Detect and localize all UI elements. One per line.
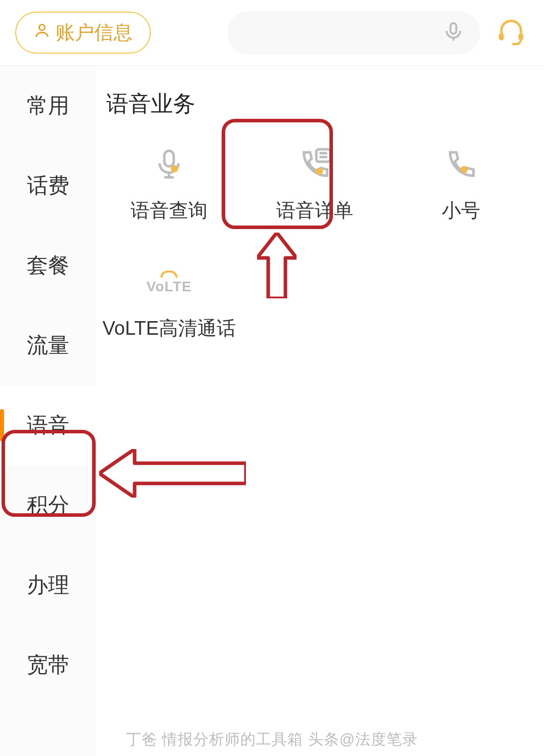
sidebar-item-points[interactable]: 积分 [0,465,96,545]
grid-item-voice-query[interactable]: 语音查询 [96,139,242,234]
account-info-label: 账户信息 [56,20,133,46]
grid-item-volte[interactable]: VoLTE VoLTE高清通话 [96,257,242,351]
grid-item-label: 语音查询 [131,198,207,224]
sidebar-item-label: 常用 [27,92,69,120]
top-bar: 账户信息 [0,0,544,66]
sidebar-item-label: 话费 [27,171,69,200]
sidebar-item-label: 办理 [27,571,69,599]
svg-rect-3 [519,33,524,40]
grid-item-label: VoLTE高清通话 [103,316,236,341]
sidebar-item-bill[interactable]: 话费 [0,146,96,226]
user-icon [33,22,51,43]
sidebar-item-voice[interactable]: 语音 [0,385,96,465]
sidebar-item-data[interactable]: 流量 [0,305,96,385]
service-grid: 语音查询 语音详单 [96,139,544,351]
customer-service-button[interactable] [493,17,529,49]
call-list-icon [296,146,333,184]
watermark: 丁爸 情报分析师的工具箱 头条@法度笔录 [0,729,544,750]
sidebar-item-label: 积分 [27,491,69,519]
section-title: 语音业务 [106,89,544,119]
body: 常用 话费 套餐 流量 语音 积分 办理 宽带 语音业务 [0,66,544,756]
svg-point-10 [461,166,468,173]
svg-rect-1 [450,23,456,33]
mic-icon[interactable] [442,20,465,46]
sidebar-item-label: 语音 [27,411,69,439]
grid-item-secondary-number[interactable]: 小号 [388,139,534,234]
main-panel: 语音业务 语音查询 [96,66,544,756]
mic-icon [150,146,188,184]
grid-item-voice-detail[interactable]: 语音详单 [242,139,388,234]
sidebar: 常用 话费 套餐 流量 语音 积分 办理 宽带 [0,66,96,756]
svg-point-0 [39,25,45,30]
sidebar-item-service[interactable]: 办理 [0,545,96,625]
account-info-button[interactable]: 账户信息 [15,12,151,54]
grid-item-label: 小号 [442,198,480,224]
svg-rect-2 [499,33,504,40]
svg-rect-4 [164,151,174,166]
svg-rect-6 [317,149,331,162]
sidebar-item-plan[interactable]: 套餐 [0,226,96,305]
sidebar-item-label: 宽带 [27,651,69,679]
phone-icon [442,146,480,184]
sidebar-item-label: 流量 [27,331,69,360]
sidebar-item-label: 套餐 [27,251,69,280]
svg-point-5 [171,165,178,172]
headset-icon [496,17,526,49]
sidebar-item-common[interactable]: 常用 [0,66,96,146]
volte-icon: VoLTE [150,264,188,301]
svg-point-9 [316,167,323,174]
grid-item-label: 语音详单 [276,198,353,224]
sidebar-item-broadband[interactable]: 宽带 [0,625,96,705]
search-input[interactable] [227,11,480,55]
